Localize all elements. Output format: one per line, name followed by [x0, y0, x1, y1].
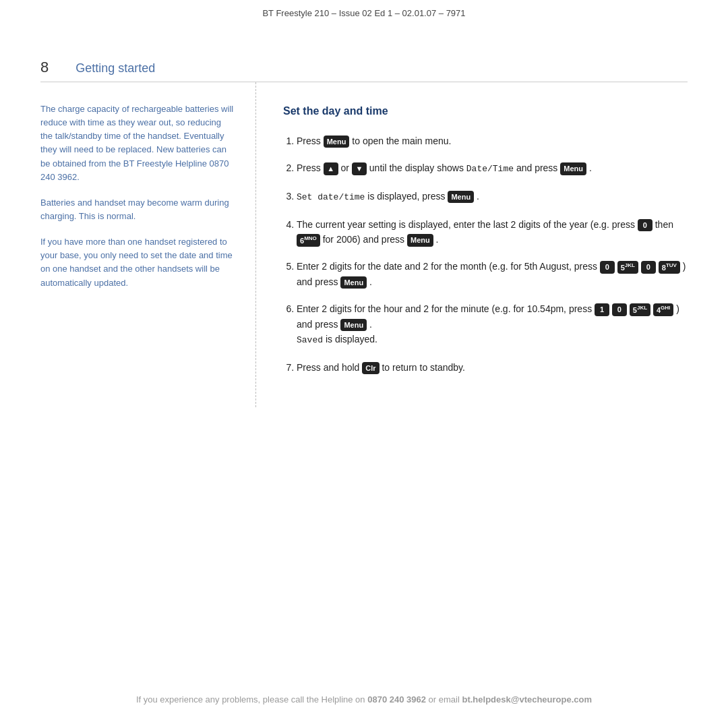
step-1-text-after: to open the main menu. — [352, 136, 451, 146]
chapter-title: Getting started — [75, 61, 155, 76]
step-6-mono: Saved — [297, 335, 323, 345]
step-5-key-0b: 0 — [641, 261, 656, 274]
page-footer: If you experience any problems, please c… — [0, 694, 728, 705]
step-6-key-0: 0 — [612, 303, 627, 316]
step-5-key-0a: 0 — [600, 261, 615, 274]
two-column-layout: The charge capacity of rechargeable batt… — [40, 82, 688, 407]
step-3-mono: Set date/time — [297, 192, 365, 202]
right-column: Set the day and time Press Menu to open … — [256, 82, 688, 407]
footer-email: bt.helpdesk@vtecheurope.com — [462, 694, 592, 705]
step-2-end: . — [589, 162, 592, 173]
footer-phone: 0870 240 3962 — [367, 694, 426, 705]
step-2-text-before: Press — [297, 162, 324, 173]
step-6-key-menu: Menu — [340, 319, 367, 332]
chapter-header: 8 Getting started — [40, 59, 688, 82]
step-3-text: is displayed, press — [367, 191, 448, 202]
step-7: Press and hold Clr to return to standby. — [297, 360, 688, 375]
left-para-2: Batteries and handset may become warm du… — [40, 196, 235, 223]
step-4-key-0: 0 — [638, 219, 653, 232]
step-5-text: Enter 2 digits for the date and 2 for th… — [297, 261, 600, 272]
step-2-key-down: ▼ — [352, 162, 367, 175]
step-6: Enter 2 digits for the hour and 2 for th… — [297, 301, 688, 348]
step-4-end: . — [436, 234, 439, 245]
step-3-end: . — [477, 191, 479, 202]
footer-phone-number: 0870 240 3962 — [367, 694, 426, 705]
step-2-key-up: ▲ — [324, 162, 338, 175]
step-4-text: The current year setting is displayed, e… — [297, 219, 638, 230]
step-2-text-middle: until the display shows — [369, 162, 466, 173]
step-2: Press ▲ or ▼ until the display shows Dat… — [297, 160, 688, 177]
step-4: The current year setting is displayed, e… — [297, 217, 688, 247]
step-5-key-5: 5JKL — [617, 261, 638, 274]
step-3: Set date/time is displayed, press Menu . — [297, 189, 688, 205]
chapter-number: 8 — [40, 59, 49, 76]
footer-or: or email — [429, 694, 460, 705]
header-title: BT Freestyle 210 – Issue 02 Ed 1 – 02.01… — [262, 8, 465, 18]
footer-text: If you experience any problems, please c… — [136, 694, 365, 705]
step-4-text3: for 2006) and press — [323, 234, 407, 245]
step-1: Press Menu to open the main menu. — [297, 133, 688, 148]
step-2-mono: Date/Time — [466, 164, 514, 174]
step-7-text2: to return to standby. — [382, 362, 464, 373]
step-1-key-menu: Menu — [324, 136, 350, 148]
step-5: Enter 2 digits for the date and 2 for th… — [297, 259, 688, 289]
step-5-key-8: 8TUV — [659, 261, 680, 274]
step-6-text: Enter 2 digits for the hour and 2 for th… — [297, 303, 595, 314]
left-para-1: The charge capacity of rechargeable batt… — [40, 102, 235, 184]
step-5-key-menu: Menu — [340, 276, 367, 289]
step-1-text-before: Press — [297, 136, 324, 146]
step-7-text: Press and hold — [297, 362, 362, 373]
step-4-key-6: 6MNO — [297, 234, 320, 247]
step-6-key-1: 1 — [595, 303, 609, 316]
step-3-key-menu: Menu — [448, 191, 474, 204]
step-2-key-menu: Menu — [560, 162, 586, 175]
main-content: 8 Getting started The charge capacity of… — [0, 18, 728, 407]
step-2-text-after: and press — [516, 162, 560, 173]
step-6-end: . — [369, 319, 372, 330]
step-6-key-4: 4GHI — [653, 303, 673, 316]
step-6-text3: is displayed. — [326, 334, 377, 345]
step-2-or: or — [341, 162, 352, 173]
left-para-3: If you have more than one handset regist… — [40, 235, 235, 290]
left-column: The charge capacity of rechargeable batt… — [40, 82, 256, 407]
page-header: BT Freestyle 210 – Issue 02 Ed 1 – 02.01… — [0, 0, 728, 18]
step-4-key-menu: Menu — [407, 234, 433, 247]
section-title: Set the day and time — [283, 102, 688, 120]
steps-list: Press Menu to open the main menu. Press … — [283, 133, 688, 376]
step-4-text2: then — [655, 219, 673, 230]
step-7-key-clr: Clr — [362, 362, 379, 375]
step-5-end: . — [369, 276, 372, 287]
step-6-key-5: 5JKL — [630, 303, 650, 316]
